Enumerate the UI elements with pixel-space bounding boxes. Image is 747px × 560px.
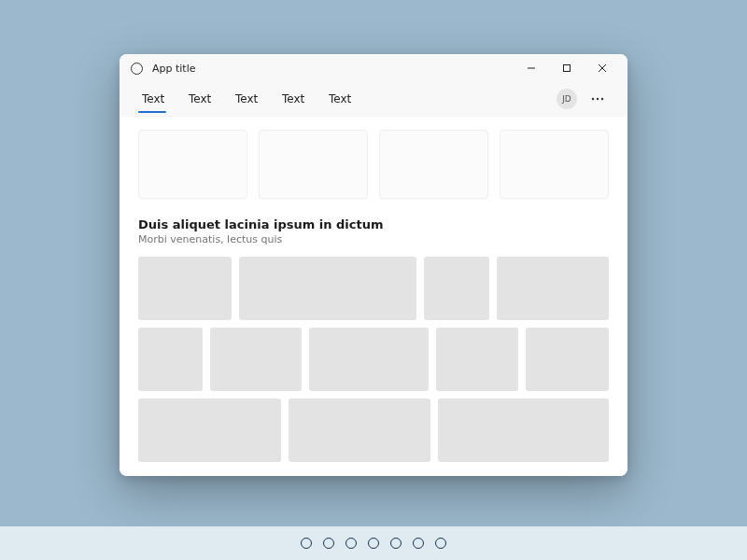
gallery-tile[interactable] [138,257,232,320]
tab-0[interactable]: Text [138,92,185,105]
avatar[interactable]: JD [557,89,577,109]
taskbar-item[interactable] [301,538,312,549]
tab-bar: TextTextTextTextText JD [120,82,627,117]
taskbar-item[interactable] [390,538,402,549]
svg-point-4 [592,98,594,100]
gallery-tile[interactable] [438,399,609,462]
taskbar-item[interactable] [368,538,379,549]
tab-1[interactable]: Text [185,92,232,105]
maximize-button[interactable] [549,54,585,82]
gallery-row [138,399,609,462]
tab-4[interactable]: Text [325,92,372,105]
taskbar-item[interactable] [435,538,446,549]
gallery-tile[interactable] [424,257,489,320]
taskbar-item[interactable] [413,538,424,549]
card[interactable] [259,130,368,199]
gallery-tile[interactable] [497,257,609,320]
gallery-row [138,328,609,391]
close-button[interactable] [585,54,620,82]
section-subtitle: Morbi venenatis, lectus quis [138,233,609,245]
app-window: App title TextTextTextTextText JD Duis a… [120,54,627,476]
taskbar[interactable] [0,526,747,560]
titlebar[interactable]: App title [120,54,627,82]
content-area: Duis aliquet lacinia ipsum in dictum Mor… [120,117,627,476]
gallery-tile[interactable] [436,328,519,391]
svg-point-5 [597,98,599,100]
gallery [138,257,609,462]
app-title: App title [152,63,196,75]
maximize-icon [562,63,571,73]
gallery-tile[interactable] [138,399,281,462]
gallery-tile[interactable] [309,328,429,391]
gallery-tile[interactable] [239,257,416,320]
gallery-tile[interactable] [289,399,431,462]
gallery-tile[interactable] [210,328,302,391]
close-icon [598,63,607,73]
card[interactable] [500,130,609,199]
taskbar-item[interactable] [323,538,334,549]
more-icon [591,97,604,101]
svg-point-6 [601,98,603,100]
gallery-row [138,257,609,320]
section-title: Duis aliquet lacinia ipsum in dictum [138,217,609,231]
taskbar-item[interactable] [345,538,357,549]
card-row [138,130,609,199]
gallery-tile[interactable] [138,328,203,391]
tab-3[interactable]: Text [278,92,325,105]
svg-rect-1 [564,65,571,72]
card[interactable] [138,130,247,199]
more-button[interactable] [586,88,609,110]
minimize-icon [527,63,536,73]
app-icon [131,63,143,75]
gallery-tile[interactable] [526,328,609,391]
tab-2[interactable]: Text [232,92,278,105]
minimize-button[interactable] [514,54,549,82]
card[interactable] [379,130,488,199]
